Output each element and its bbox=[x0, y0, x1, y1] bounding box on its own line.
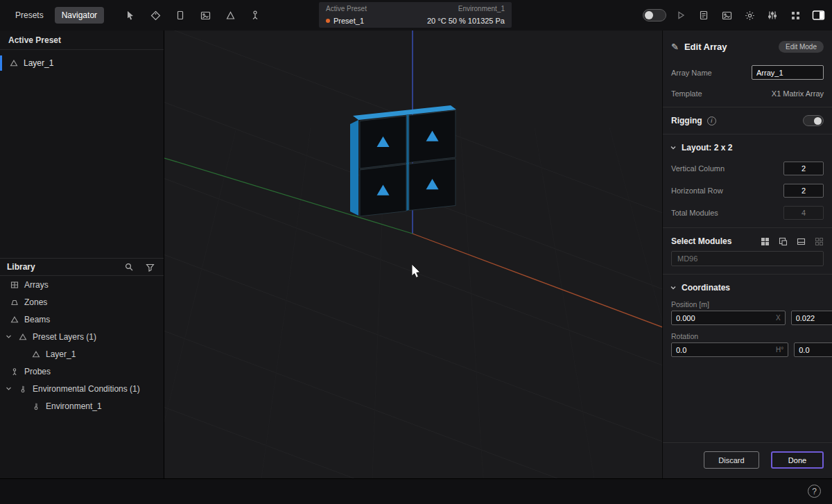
total-modules-value bbox=[783, 206, 824, 220]
apps-grid-icon[interactable] bbox=[787, 7, 804, 24]
library-item-label: Probes bbox=[24, 367, 51, 376]
module-merge-icon[interactable] bbox=[797, 237, 806, 246]
position-y-field[interactable]: Y bbox=[791, 311, 832, 325]
environment-icon bbox=[19, 385, 27, 393]
rotation-label: Rotation bbox=[663, 329, 832, 342]
sidebar-item-environment-1[interactable]: Environment_1 bbox=[0, 397, 164, 415]
sidebar-item-preset-layers[interactable]: Preset Layers (1) bbox=[0, 328, 164, 345]
right-panel-toggle-icon[interactable] bbox=[810, 7, 826, 24]
edit-array-panel: ✎ Edit Array Edit Mode Array Name Templa… bbox=[662, 31, 832, 478]
edit-mode-badge: Edit Mode bbox=[779, 41, 824, 53]
module-split-icon[interactable] bbox=[815, 237, 824, 246]
surface-tool-icon[interactable] bbox=[172, 7, 189, 24]
sidebar-item-beams[interactable]: Beams bbox=[0, 311, 164, 328]
vertical-column-label: Vertical Column bbox=[671, 164, 725, 173]
divider bbox=[663, 134, 832, 134]
environment-name: Environment_1 bbox=[458, 5, 505, 12]
layer-item-label: Layer_1 bbox=[24, 58, 53, 68]
layer-icon bbox=[32, 350, 40, 358]
rotation-h-input[interactable] bbox=[676, 346, 774, 354]
rotation-v-field[interactable]: V° bbox=[794, 342, 832, 357]
layer-icon bbox=[10, 59, 18, 67]
play-button[interactable] bbox=[673, 7, 689, 24]
viewport-canvas[interactable] bbox=[164, 31, 662, 478]
chevron-down-icon bbox=[670, 144, 677, 151]
sliders-icon[interactable] bbox=[764, 7, 781, 24]
sidebar-item-zones[interactable]: Zones bbox=[0, 293, 164, 311]
array-name-input[interactable] bbox=[752, 65, 824, 80]
horizontal-row-input[interactable] bbox=[783, 184, 824, 198]
chevron-down-icon bbox=[670, 284, 677, 291]
position-y-input[interactable] bbox=[796, 314, 832, 322]
total-modules-label: Total Modules bbox=[671, 209, 718, 217]
environment-values: 20 °C 50 % 101325 Pa bbox=[427, 17, 505, 25]
library-item-label: Preset Layers (1) bbox=[33, 332, 96, 342]
rigging-toggle[interactable] bbox=[803, 115, 824, 126]
cone-tool-icon[interactable] bbox=[222, 7, 239, 24]
library-header-label: Library bbox=[7, 262, 35, 272]
sidebar-item-layer-1[interactable]: Layer_1 bbox=[0, 345, 164, 363]
tag-tool-icon[interactable] bbox=[147, 7, 164, 24]
rotation-inputs: H° V° R° bbox=[663, 342, 832, 361]
chevron-down-icon[interactable] bbox=[6, 333, 13, 340]
module-duplicate-icon[interactable] bbox=[779, 237, 788, 246]
rotation-v-input[interactable] bbox=[799, 346, 832, 354]
discard-button[interactable]: Discard bbox=[704, 451, 759, 469]
sidebar-item-environmental-conditions[interactable]: Environmental Conditions (1) bbox=[0, 380, 164, 397]
info-icon[interactable]: i bbox=[707, 116, 716, 125]
help-button[interactable]: ? bbox=[808, 485, 821, 498]
divider bbox=[663, 274, 832, 275]
select-cursor-tool[interactable] bbox=[122, 7, 139, 24]
bottom-bar: ? bbox=[0, 478, 832, 504]
grid-icon bbox=[10, 281, 19, 289]
select-modules-label: Select Modules bbox=[671, 236, 731, 246]
module-type-input bbox=[671, 251, 824, 266]
speaker-array[interactable] bbox=[350, 105, 456, 216]
image-plane-tool-icon[interactable] bbox=[197, 7, 214, 24]
mouse-cursor bbox=[412, 264, 420, 277]
horizontal-row-label: Horizontal Row bbox=[671, 186, 723, 195]
library-item-label: Arrays bbox=[24, 280, 49, 290]
scene-3d bbox=[164, 31, 662, 478]
toggle-knob bbox=[814, 117, 822, 125]
library-item-label: Environmental Conditions (1) bbox=[33, 384, 140, 394]
probe-tool-icon[interactable] bbox=[247, 7, 263, 24]
filter-icon[interactable] bbox=[143, 260, 157, 274]
snapshot-icon[interactable] bbox=[718, 7, 735, 24]
sidebar-item-probes[interactable]: Probes bbox=[0, 363, 164, 380]
rotation-h-field[interactable]: H° bbox=[671, 342, 788, 357]
layout-section-header[interactable]: Layout: 2 x 2 bbox=[663, 138, 832, 157]
layers-icon bbox=[19, 333, 27, 341]
position-label: Position [m] bbox=[663, 297, 832, 311]
floor-grid bbox=[164, 31, 662, 478]
library-item-label: Zones bbox=[24, 297, 47, 307]
axis-x bbox=[413, 234, 662, 343]
position-x-input[interactable] bbox=[676, 314, 774, 322]
library-section: Library Arrays Zones Beams bbox=[0, 258, 164, 415]
presets-button[interactable]: Presets bbox=[8, 7, 51, 24]
sidebar-item-arrays[interactable]: Arrays bbox=[0, 276, 164, 293]
array-column-gap bbox=[406, 115, 409, 211]
probe-icon bbox=[10, 367, 19, 376]
settings-gear-icon[interactable] bbox=[741, 7, 758, 24]
chevron-down-icon[interactable] bbox=[6, 385, 13, 392]
simulation-toggle[interactable] bbox=[643, 9, 666, 21]
position-x-field[interactable]: X bbox=[671, 311, 786, 325]
navigator-button[interactable]: Navigator bbox=[55, 7, 104, 24]
zone-icon bbox=[10, 298, 19, 306]
coordinates-section-header[interactable]: Coordinates bbox=[663, 278, 832, 297]
search-icon[interactable] bbox=[122, 260, 136, 274]
template-value: X1 Matrix Array bbox=[772, 89, 824, 98]
library-item-label: Environment_1 bbox=[46, 401, 102, 411]
layout-header-label: Layout: 2 x 2 bbox=[682, 143, 732, 153]
divider bbox=[663, 107, 832, 107]
vertical-column-input[interactable] bbox=[783, 162, 824, 175]
axis-suffix: H° bbox=[776, 346, 783, 354]
active-preset-panel[interactable]: Active Preset Preset_1 Environment_1 20 … bbox=[319, 2, 512, 28]
report-icon[interactable] bbox=[695, 7, 712, 24]
active-preset-title: Active Preset bbox=[326, 5, 367, 12]
left-sidebar: Active Preset Layer_1 Library Arrays bbox=[0, 31, 164, 478]
module-grid-icon[interactable] bbox=[761, 237, 770, 246]
done-button[interactable]: Done bbox=[771, 451, 824, 469]
active-layer-item[interactable]: Layer_1 bbox=[0, 54, 164, 72]
